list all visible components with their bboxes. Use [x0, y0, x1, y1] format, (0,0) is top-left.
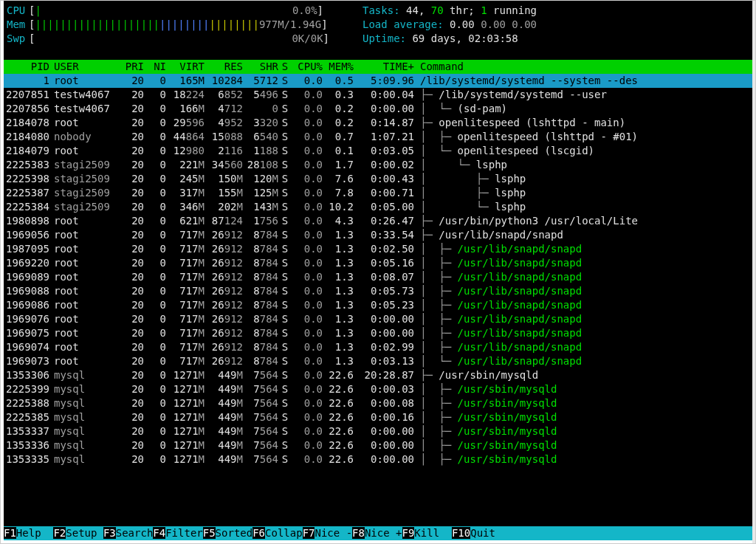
fn-label[interactable]: Search	[116, 527, 154, 539]
process-row[interactable]: 1969088root200717M269128784S0.01.30:05.7…	[4, 284, 752, 298]
tasks-line: Tasks: 44, 70 thr; 1 running	[362, 4, 537, 18]
fn-label[interactable]: Setup	[66, 527, 103, 539]
fn-key: F1	[4, 527, 16, 539]
col-time: TIME+	[354, 60, 414, 74]
process-row[interactable]: 1987095root200717M269128784S0.01.30:02.5…	[4, 242, 752, 256]
process-row[interactable]: 1969086root200717M269128784S0.01.30:05.2…	[4, 298, 752, 312]
process-row[interactable]: 1969075root200717M269128784S0.01.30:00.0…	[4, 326, 752, 340]
fn-label[interactable]: Kill	[414, 527, 452, 539]
swp-used: 0K/0K	[292, 32, 323, 44]
swp-meter: Swp[0K/0K]	[7, 32, 354, 46]
col-pid: PID	[4, 60, 49, 74]
col-virt: VIRT	[166, 60, 205, 74]
fn-label[interactable]: Help	[16, 527, 54, 539]
process-row[interactable]: 2225387stagi2509200317M155M125MS0.07.80:…	[4, 186, 752, 200]
process-row[interactable]: 1353337mysql2001271M449M7564S0.022.60:00…	[4, 424, 752, 438]
meters-panel: CPU[|0.0%] Mem[|||||||||||||||||||||||||…	[7, 4, 354, 46]
mem-used: 977M/1.94G	[259, 18, 321, 30]
process-row[interactable]: 2225388mysql2001271M449M7564S0.022.60:00…	[4, 396, 752, 410]
window-scrollbar[interactable]	[752, 1, 755, 543]
terminal[interactable]: CPU[|0.0%] Mem[|||||||||||||||||||||||||…	[4, 1, 752, 540]
function-key-bar: F1Help F2Setup F3SearchF4FilterF5SortedF…	[4, 526, 752, 540]
fn-key: F9	[402, 527, 415, 539]
col-pri: PRI	[117, 60, 144, 74]
col-user: USER	[49, 60, 117, 74]
col-res: RES	[205, 60, 243, 74]
process-table[interactable]: PID USER PRI NI VIRT RES SHR S CPU% MEM%…	[4, 60, 752, 466]
process-row[interactable]: 2225385mysql2001271M449M7564S0.022.60:00…	[4, 410, 752, 424]
fn-key: F7	[303, 527, 315, 539]
fn-label[interactable]: Quit	[470, 527, 495, 539]
process-row[interactable]: 1969220root200717M269128784S0.01.30:05.1…	[4, 256, 752, 270]
column-header-row[interactable]: PID USER PRI NI VIRT RES SHR S CPU% MEM%…	[4, 60, 752, 74]
col-cmd: Command	[414, 60, 752, 74]
col-shr: SHR	[243, 60, 278, 74]
process-row[interactable]: 1root200165M102845712S0.00.55:09.96/lib/…	[4, 74, 752, 88]
cpu-pct: 0.0%	[292, 4, 317, 16]
fn-key: F6	[252, 527, 265, 539]
process-row[interactable]: 2184078root2002959649523320S0.00.20:14.8…	[4, 116, 752, 130]
process-row[interactable]: 2225399mysql2001271M449M7564S0.022.60:00…	[4, 382, 752, 396]
process-row[interactable]: 1353336mysql2001271M449M7564S0.022.60:00…	[4, 438, 752, 452]
col-mem: MEM%	[323, 60, 354, 74]
load-line: Load average: 0.00 0.00 0.00	[362, 18, 537, 32]
fn-label[interactable]: Nice -	[315, 527, 352, 539]
process-row[interactable]: 2207856testw4067200166M47120S0.00.20:00.…	[4, 102, 752, 116]
process-row[interactable]: 2207851testw40672001822468525496S0.00.30…	[4, 88, 752, 102]
fn-key: F8	[352, 527, 365, 539]
mem-meter: Mem[||||||||||||||||||||||||||||||||||||…	[7, 18, 354, 32]
fn-key: F3	[103, 527, 116, 539]
fn-key: F2	[53, 527, 66, 539]
cpu-bar: |	[35, 4, 41, 16]
process-row[interactable]: 1353335mysql2001271M449M7564S0.022.60:00…	[4, 452, 752, 466]
process-row[interactable]: 1969089root200717M269128784S0.01.30:08.0…	[4, 270, 752, 284]
fn-key: F10	[452, 527, 470, 539]
process-row[interactable]: 1969076root200717M269128784S0.01.30:00.0…	[4, 312, 752, 326]
process-row[interactable]: 2184079root2001298021161188S0.00.10:03.0…	[4, 144, 752, 158]
cpu-meter: CPU[|0.0%]	[7, 4, 354, 18]
fn-key: F4	[153, 527, 165, 539]
process-row[interactable]: 1969073root200717M269128784S0.01.30:03.1…	[4, 354, 752, 368]
process-row[interactable]: 1980898root200621M871241756S0.04.30:26.4…	[4, 214, 752, 228]
process-row[interactable]: 1353306mysql2001271M449M7564S0.022.620:2…	[4, 368, 752, 382]
fn-label[interactable]: Nice +	[365, 527, 402, 539]
col-s: S	[278, 60, 292, 74]
uptime-line: Uptime: 69 days, 02:03:58	[362, 32, 537, 46]
process-row[interactable]: 2225384stagi2509200346M202M143MS0.010.20…	[4, 200, 752, 214]
process-row[interactable]: 1969074root200717M269128784S0.01.30:02.9…	[4, 340, 752, 354]
fn-key: F5	[203, 527, 216, 539]
process-row[interactable]: 2184080nobody20044864150886540S0.00.71:0…	[4, 130, 752, 144]
process-row[interactable]: 2225398stagi2509200245M150M120MS0.07.60:…	[4, 172, 752, 186]
col-ni: NI	[144, 60, 166, 74]
process-row[interactable]: 2225383stagi2509200221M3456028108S0.01.7…	[4, 158, 752, 172]
col-cpu: CPU%	[292, 60, 323, 74]
fn-label[interactable]: Sorted	[216, 527, 253, 539]
sysinfo-panel: Tasks: 44, 70 thr; 1 running Load averag…	[354, 4, 537, 46]
fn-label[interactable]: Filter	[165, 527, 203, 539]
fn-label[interactable]: Collap	[265, 527, 303, 539]
process-row[interactable]: 1969056root200717M269128784S0.01.30:33.5…	[4, 228, 752, 242]
